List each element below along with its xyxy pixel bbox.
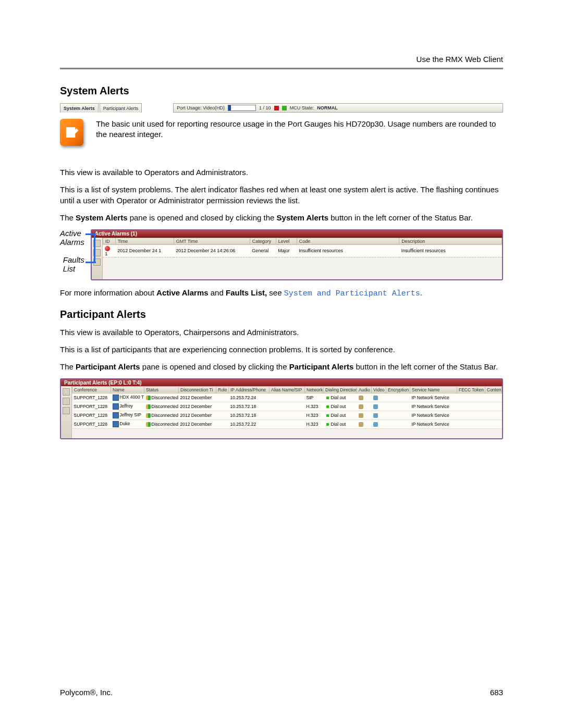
toolbar-icon[interactable]: [63, 407, 70, 414]
video-icon: [373, 413, 378, 418]
video-icon: [373, 396, 378, 400]
mcu-state-label: MCU State:: [290, 105, 314, 110]
disconnected-icon: [146, 404, 151, 409]
note-icon: [60, 119, 83, 146]
port-usage-gauge: [228, 105, 256, 111]
sa-paragraph-2: This is a list of system problems. The a…: [60, 184, 503, 206]
col-audio[interactable]: Audio: [357, 386, 372, 393]
col-content[interactable]: Content Token: [485, 386, 502, 393]
col-gmt[interactable]: GMT Time: [174, 238, 250, 245]
port-usage-label: Port Usage: Video(HD): [177, 105, 225, 110]
callout-connector: [94, 233, 95, 263]
col-video[interactable]: Video: [372, 386, 386, 393]
video-icon: [373, 422, 378, 427]
participant-icon: [113, 394, 119, 401]
col-code[interactable]: Code: [297, 238, 399, 245]
alert-indicator-icon: [274, 106, 279, 110]
mcu-state-value: NORMAL: [317, 105, 338, 110]
toolbar-icon[interactable]: [63, 388, 70, 396]
status-bar: System Alerts Participant Alerts Port Us…: [60, 103, 503, 113]
col-network[interactable]: Network: [305, 386, 324, 393]
col-level[interactable]: Level: [276, 238, 297, 245]
col-direction[interactable]: Dialing Direction: [324, 386, 357, 393]
video-icon: [373, 404, 378, 409]
participant-icon: [113, 421, 119, 427]
participant-alerts-tab[interactable]: Participant Alerts: [100, 103, 142, 113]
pa-paragraph-1: This view is available to Operators, Cha…: [60, 327, 503, 338]
col-disconnection[interactable]: Disconnection Ti: [179, 386, 216, 393]
footer-right: 683: [490, 688, 503, 697]
dial-out-icon: [325, 404, 330, 409]
disconnected-icon: [146, 422, 151, 427]
port-usage-value: 1 / 10: [259, 105, 271, 110]
col-fecc[interactable]: FECC Token: [457, 386, 485, 393]
note-block: The basic unit used for reporting resour…: [60, 119, 503, 146]
section-title-system-alerts: System Alerts: [60, 85, 503, 97]
participant-alerts-table: Conference Name Status Disconnection Ti …: [72, 386, 502, 438]
table-row[interactable]: SUPPORT_1228Jeffrey SIPDisconnected2012 …: [72, 411, 502, 419]
col-category[interactable]: Category: [250, 238, 276, 245]
status-bar-usage: Port Usage: Video(HD) 1 / 10 MCU State: …: [173, 103, 503, 113]
audio-icon: [359, 404, 363, 409]
section-title-participant-alerts: Participant Alerts: [60, 309, 503, 320]
mcu-state-icon: [282, 106, 287, 110]
col-name[interactable]: Name: [111, 386, 144, 393]
page-footer: Polycom®, Inc. 683: [60, 688, 503, 697]
col-status[interactable]: Status: [144, 386, 179, 393]
participant-alerts-pane: Participant Alerts (EP:0 L:0 T:4) Confer…: [60, 378, 503, 439]
header-divider: [60, 68, 503, 69]
note-text: The basic unit used for reporting resour…: [96, 119, 503, 140]
alarm-level-icon: [105, 246, 110, 251]
col-id[interactable]: ID: [103, 238, 115, 245]
col-conference[interactable]: Conference: [72, 386, 111, 393]
xref-paragraph: For more information about Active Alarms…: [60, 288, 503, 298]
table-row[interactable]: SUPPORT_1228HDX 4000 TDisconnected2012 D…: [72, 393, 502, 402]
active-alarms-table: ID Time GMT Time Category Level Code Des…: [103, 238, 502, 279]
audio-icon: [359, 413, 363, 418]
participant-icon: [113, 403, 119, 410]
page-header-right: Use the RMX Web Client: [60, 55, 503, 64]
table-row[interactable]: SUPPORT_1228DukeDisconnected2012 Decembe…: [72, 419, 502, 428]
xref-link[interactable]: System and Participant Alerts: [284, 289, 420, 298]
active-alarms-title: Active Alarms (1): [92, 230, 502, 238]
footer-left: Polycom®, Inc.: [60, 688, 113, 697]
system-alerts-tab[interactable]: System Alerts: [60, 103, 99, 113]
col-service[interactable]: Service Name: [410, 386, 457, 393]
col-ip[interactable]: IP Address/Phone: [229, 386, 270, 393]
col-alias[interactable]: Alias Name/SIP: [270, 386, 305, 393]
sa-paragraph-3: The System Alerts pane is opened and clo…: [60, 212, 503, 223]
pa-paragraph-3: The Participant Alerts pane is opened an…: [60, 361, 503, 372]
active-alarms-callouts: ActiveAlarms FaultsList: [60, 229, 84, 273]
participant-alerts-sidebar: [61, 386, 72, 438]
col-encryption[interactable]: Encryption: [386, 386, 410, 393]
active-alarms-pane: Active Alarms (1) ID: [91, 229, 503, 280]
col-role[interactable]: Role: [216, 386, 229, 393]
sa-paragraph-1: This view is available to Operators and …: [60, 167, 503, 178]
dial-out-icon: [325, 413, 330, 418]
dial-out-icon: [325, 422, 330, 427]
table-row[interactable]: SUPPORT_1228JeffreyDisconnected2012 Dece…: [72, 402, 502, 411]
participant-icon: [113, 412, 119, 418]
disconnected-icon: [146, 413, 151, 418]
participant-alerts-title: Participant Alerts (EP:0 L:0 T:4): [61, 379, 502, 386]
dial-out-icon: [325, 396, 330, 400]
col-time[interactable]: Time: [115, 238, 174, 245]
pa-paragraph-2: This is a list of participants that are …: [60, 344, 503, 355]
col-desc[interactable]: Description: [399, 238, 502, 245]
toolbar-icon[interactable]: [63, 398, 70, 405]
audio-icon: [359, 396, 363, 400]
disconnected-icon: [146, 396, 151, 400]
audio-icon: [359, 422, 363, 427]
table-row[interactable]: 1 2012 December 24 1 2012 December 24 14…: [103, 245, 501, 257]
callout-connector: [85, 262, 96, 263]
